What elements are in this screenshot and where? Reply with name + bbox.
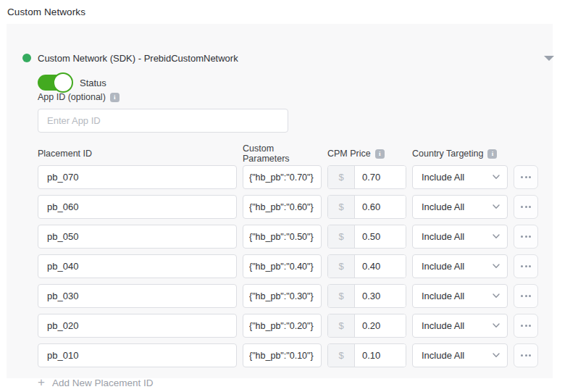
ellipsis-icon (521, 354, 523, 356)
country-targeting-column-header: Country Targeting (412, 149, 508, 159)
placement-id-input[interactable] (38, 165, 237, 189)
country-targeting-select[interactable]: Include All (412, 254, 508, 278)
cpm-price-input[interactable] (355, 255, 406, 278)
app-id-label: App ID (optional) (38, 92, 120, 102)
page-title: Custom Networks (7, 7, 85, 17)
status-toggle-row: Status (38, 75, 106, 91)
add-placement-button[interactable]: Add New Placement ID (38, 377, 154, 388)
placement-table-row: $ Include All (38, 225, 538, 249)
custom-parameters-input[interactable] (243, 165, 322, 189)
add-placement-label: Add New Placement ID (52, 378, 154, 388)
status-label: Status (80, 78, 106, 88)
custom-parameters-input[interactable] (243, 314, 322, 338)
country-targeting-select[interactable]: Include All (412, 343, 508, 367)
row-menu-button[interactable] (514, 284, 538, 308)
cpm-price-field: $ (327, 284, 406, 308)
row-menu-button[interactable] (514, 195, 538, 219)
currency-dollar-prefix: $ (328, 285, 355, 307)
cpm-price-field: $ (327, 343, 406, 367)
app-id-field (38, 109, 288, 133)
currency-dollar-prefix: $ (328, 196, 355, 218)
plus-icon (38, 377, 45, 388)
cpm-price-field: $ (327, 195, 406, 219)
cpm-price-field: $ (327, 314, 406, 338)
placement-rows: $ Include All $ (38, 165, 538, 373)
app-id-label-text: App ID (optional) (38, 92, 106, 102)
currency-dollar-prefix: $ (328, 255, 355, 278)
custom-network-card: Custom Network (SDK) - PrebidCustomNetwo… (7, 24, 553, 378)
placement-id-input[interactable] (38, 225, 237, 249)
row-menu-button[interactable] (514, 165, 538, 189)
cpm-price-info-icon[interactable] (375, 149, 385, 159)
placement-id-input[interactable] (38, 195, 237, 219)
country-targeting-select[interactable]: Include All (412, 314, 508, 338)
currency-dollar-prefix: $ (328, 344, 355, 367)
cpm-price-field: $ (327, 165, 406, 189)
app-id-info-icon[interactable] (110, 93, 120, 102)
custom-parameters-header-text: Custom Parameters (243, 143, 322, 164)
status-toggle[interactable] (38, 75, 71, 91)
cpm-price-input[interactable] (355, 196, 406, 218)
placement-id-column-header: Placement ID (38, 149, 237, 159)
ellipsis-icon (521, 325, 523, 327)
country-targeting-header-text: Country Targeting (412, 149, 483, 159)
placement-table-row: $ Include All (38, 254, 538, 278)
cpm-price-header-text: CPM Price (327, 149, 371, 159)
cpm-price-input[interactable] (355, 314, 406, 337)
toggle-knob (53, 72, 73, 93)
placement-id-input[interactable] (38, 314, 237, 338)
table-header-row: Placement ID Custom Parameters CPM Price… (38, 143, 508, 164)
placement-id-header-text: Placement ID (38, 149, 92, 159)
ellipsis-icon (521, 295, 523, 297)
network-status-dot-icon (22, 54, 31, 62)
placement-table-row: $ Include All (38, 314, 538, 338)
cpm-price-input[interactable] (355, 344, 406, 367)
country-targeting-info-icon[interactable] (487, 149, 497, 159)
cpm-price-input[interactable] (355, 225, 406, 248)
placement-table-row: $ Include All (38, 343, 538, 367)
network-title: Custom Network (SDK) - PrebidCustomNetwo… (38, 53, 238, 64)
currency-dollar-prefix: $ (328, 314, 355, 337)
custom-parameters-input[interactable] (243, 195, 322, 219)
custom-parameters-column-header: Custom Parameters (243, 143, 322, 164)
custom-parameters-input[interactable] (243, 343, 322, 367)
cpm-price-column-header: CPM Price (327, 149, 406, 159)
row-menu-button[interactable] (514, 225, 538, 249)
currency-dollar-prefix: $ (328, 225, 355, 248)
custom-parameters-input[interactable] (243, 225, 322, 249)
cpm-price-field: $ (327, 254, 406, 278)
row-menu-button[interactable] (514, 314, 538, 338)
ellipsis-icon (521, 235, 523, 238)
cpm-price-input[interactable] (355, 285, 406, 307)
currency-dollar-prefix: $ (328, 166, 355, 188)
custom-parameters-input[interactable] (243, 254, 322, 278)
country-targeting-select[interactable]: Include All (412, 195, 508, 219)
placement-table-row: $ Include All (38, 284, 538, 308)
cpm-price-input[interactable] (355, 166, 406, 188)
row-menu-button[interactable] (514, 254, 538, 278)
placement-table-row: $ Include All (38, 195, 538, 219)
cpm-price-field: $ (327, 225, 406, 249)
ellipsis-icon (521, 206, 523, 208)
row-menu-button[interactable] (514, 343, 538, 367)
ellipsis-icon (521, 265, 523, 267)
app-id-input[interactable] (38, 109, 288, 133)
custom-parameters-input[interactable] (243, 284, 322, 308)
country-targeting-select[interactable]: Include All (412, 165, 508, 189)
country-targeting-select[interactable]: Include All (412, 225, 508, 249)
placement-id-input[interactable] (38, 284, 237, 308)
ellipsis-icon (521, 176, 523, 178)
placement-id-input[interactable] (38, 254, 237, 278)
placement-id-input[interactable] (38, 343, 237, 367)
placement-table-row: $ Include All (38, 165, 538, 189)
collapse-chevron-icon[interactable] (544, 56, 554, 61)
country-targeting-select[interactable]: Include All (412, 284, 508, 308)
